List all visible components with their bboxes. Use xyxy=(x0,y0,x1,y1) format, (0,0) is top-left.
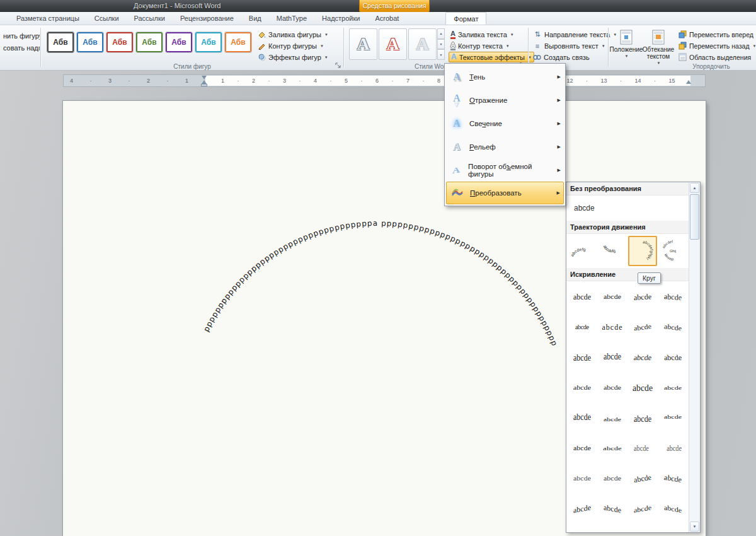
warp-tile-inflate-bottom[interactable]: abcde xyxy=(567,403,597,433)
warp-tile-wave-2[interactable]: abcde xyxy=(658,342,688,373)
wordart-style-thumb-3[interactable]: A xyxy=(408,28,437,60)
shape-style-thumb-4[interactable]: Абв xyxy=(135,32,163,53)
shape-style-thumb-7[interactable]: Абв xyxy=(224,32,252,53)
path-tile-button[interactable]: abcdef Ghij klmnop xyxy=(658,236,687,266)
dropdown-arrow-icon: ▼ xyxy=(753,44,756,48)
change-shape-button[interactable]: нить фигуру ▼ xyxy=(1,30,40,41)
bring-forward-label: Переместить вперед xyxy=(689,31,753,38)
warp-tile-can-down[interactable]: abcde xyxy=(597,342,627,373)
warp-tile-deflate-inflate[interactable]: abcde xyxy=(567,433,597,463)
tab-mathtype[interactable]: MathType xyxy=(269,12,314,25)
warp-tile-curve-up[interactable]: abcde xyxy=(627,312,658,342)
warp-tile-deflate-bottom[interactable]: abcde xyxy=(597,403,627,433)
text-direction-button[interactable]: ⇅ Направление текста ▼ xyxy=(531,29,619,40)
wrap-text-button[interactable]: Обтекание текстом ▼ xyxy=(643,28,673,67)
warp-tile-inflate[interactable]: abcde xyxy=(627,373,658,403)
warp-tile-triangle-up[interactable]: abcde xyxy=(567,282,597,312)
shape-fill-button[interactable]: Заливка фигуры ▼ xyxy=(256,29,330,40)
tab-references[interactable]: Ссылки xyxy=(87,12,127,25)
group-separator xyxy=(528,28,529,67)
tab-format[interactable]: Формат xyxy=(445,12,486,25)
path-tile-arch-up[interactable]: abcdefg xyxy=(568,236,597,266)
gallery-more-icon[interactable]: ▼ xyxy=(437,49,445,60)
warp-tile-triangle-down[interactable]: abcde xyxy=(597,282,627,312)
menu-item-glow[interactable]: A Свечение ▶ xyxy=(446,112,564,135)
tab-addins[interactable]: Надстройки xyxy=(314,12,367,25)
chain-link-icon xyxy=(533,53,541,61)
create-link-button[interactable]: Создать связь xyxy=(531,52,619,62)
warp-tile-slant-down[interactable]: abcde xyxy=(658,463,688,494)
tab-acrobat[interactable]: Acrobat xyxy=(367,12,406,25)
menu-item-3d-rotation[interactable]: A Поворот объемной фигуры ▶ xyxy=(446,158,564,182)
warp-tile-chevron-up[interactable]: abcde xyxy=(627,282,658,312)
warp-tile-wave-1[interactable]: abcde xyxy=(627,342,658,373)
bring-forward-button[interactable]: Переместить вперед ▼ xyxy=(677,29,756,40)
gallery-scrollbar: ▲ ▼ xyxy=(689,182,700,532)
shape-effects-button[interactable]: Эффекты фигур ▼ xyxy=(256,52,330,62)
wordart-style-thumb-1[interactable]: A xyxy=(349,28,377,60)
scroll-up-icon[interactable]: ▲ xyxy=(690,183,699,193)
draw-textbox-button[interactable]: совать надпись xyxy=(1,42,40,53)
warp-tile-slant-up[interactable]: abcde xyxy=(627,463,658,494)
shape-style-thumb-1[interactable]: Абв xyxy=(47,32,74,53)
menu-item-shadow[interactable]: A Тень ▶ xyxy=(446,65,564,88)
shape-style-thumb-6[interactable]: Абв xyxy=(195,32,222,53)
scrollbar-thumb[interactable] xyxy=(690,194,699,240)
warp-tile-deflate-top[interactable]: abcde xyxy=(658,403,688,433)
warp-tile-inflate-top[interactable]: abcde xyxy=(627,403,658,433)
gallery-scroll-up-icon[interactable]: ▲ xyxy=(437,28,445,39)
scroll-down-icon[interactable]: ▼ xyxy=(690,521,699,532)
tab-review[interactable]: Рецензирование xyxy=(173,12,241,25)
warp-tile-deflate-inflate-deflate[interactable]: abcde xyxy=(597,433,627,463)
warp-tile-fade-down[interactable]: abcde xyxy=(597,463,627,494)
3d-rotation-effect-icon: A xyxy=(449,165,466,176)
warp-tile-can-up[interactable]: abcde xyxy=(567,342,597,373)
scrollbar-track[interactable] xyxy=(689,240,700,521)
warp-tile-fade-right[interactable]: abcde xyxy=(627,433,658,463)
warp-tile-31[interactable]: abcde xyxy=(627,494,658,524)
warp-tile-chevron-down[interactable]: abcde xyxy=(658,282,688,312)
menu-item-transform[interactable]: Преобразовать ▶ xyxy=(446,182,564,204)
wordart-style-thumb-2[interactable]: A xyxy=(379,28,407,60)
section-header-warp: Искривление xyxy=(566,268,689,281)
text-fill-button[interactable]: A Заливка текста ▼ xyxy=(449,29,534,40)
warp-tile-double-wave-1[interactable]: abcde xyxy=(567,373,597,403)
path-tile-arch-down[interactable]: abcdefg xyxy=(598,236,627,266)
warp-tile-deflate[interactable]: abcde xyxy=(658,373,688,403)
tab-mailings[interactable]: Рассылки xyxy=(127,12,173,25)
tab-page-layout[interactable]: Разметка страницы xyxy=(9,12,87,25)
shape-style-thumb-5[interactable]: Абв xyxy=(165,32,193,53)
send-backward-button[interactable]: Переместить назад ▼ xyxy=(677,40,756,51)
warp-tile-32[interactable]: abcde xyxy=(658,494,688,524)
tile-no-transform[interactable]: abcde xyxy=(566,195,689,221)
shadow-effect-icon: A xyxy=(449,71,464,83)
menu-item-reflection[interactable]: AA Отражение ▶ xyxy=(446,88,564,112)
selection-pane-button[interactable]: Область выделения xyxy=(677,52,756,62)
path-tile-circle[interactable]: abcdefghijkl xyxy=(628,236,657,266)
align-text-button[interactable]: ≡ Выровнять текст ▼ xyxy=(531,40,619,51)
warp-tile-ring-outside[interactable]: abcde xyxy=(597,312,627,342)
shape-style-thumb-3[interactable]: Абв xyxy=(106,32,134,53)
group-insert-shapes: нить фигуру ▼ совать надпись xyxy=(0,25,40,71)
warp-tile-ring-inside[interactable]: abcde xyxy=(567,312,597,342)
group-arrange: Положение ▼ Обтекание текстом ▼ Перемест… xyxy=(610,25,750,71)
gallery-scroll-down-icon[interactable]: ▼ xyxy=(437,39,445,50)
shape-style-thumb-2[interactable]: Абв xyxy=(76,32,104,53)
warp-tile-fade-up[interactable]: abcde xyxy=(567,463,597,494)
text-effects-button[interactable]: A Текстовые эффекты ▼ xyxy=(449,52,534,62)
ribbon: нить фигуру ▼ совать надпись Абв Абв Абв… xyxy=(0,25,756,71)
text-fill-label: Заливка текста xyxy=(458,31,507,38)
warp-tile-fade-left[interactable]: abcde xyxy=(658,433,688,463)
tab-view[interactable]: Вид xyxy=(241,12,269,25)
text-fill-icon: A xyxy=(450,30,455,39)
warp-tile-double-wave-2[interactable]: abcde xyxy=(597,373,627,403)
warp-tile-curve-down[interactable]: abcde xyxy=(658,312,688,342)
warp-tile-cascade-up[interactable]: abcde xyxy=(567,494,597,524)
menu-item-bevel[interactable]: A Рельеф ▶ xyxy=(446,135,564,158)
position-button[interactable]: Положение ▼ xyxy=(611,28,641,67)
dialog-launcher-icon[interactable] xyxy=(335,62,341,69)
warp-tile-cascade-down[interactable]: abcde xyxy=(597,494,627,524)
text-outline-button[interactable]: A Контур текста ▼ xyxy=(449,40,534,51)
shape-outline-button[interactable]: Контур фигуры ▼ xyxy=(256,40,330,51)
arrange-group-label: Упорядочить xyxy=(673,63,750,70)
